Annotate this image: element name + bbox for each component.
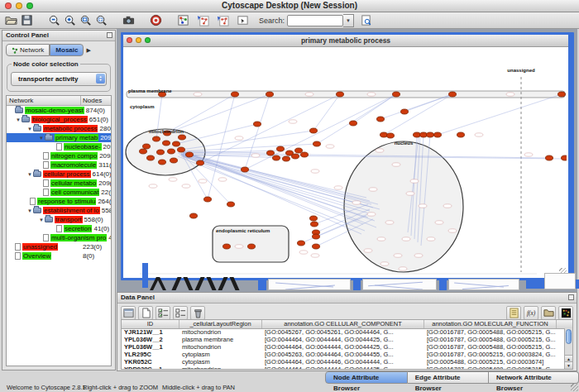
tree-row[interactable]: macromolecule311(0)	[7, 160, 111, 170]
network-node[interactable]	[313, 244, 320, 249]
network-node[interactable]	[283, 156, 290, 161]
expand-arrow-icon[interactable]: ▼	[15, 117, 22, 122]
tree-column-network[interactable]: Network	[7, 96, 81, 105]
network-node[interactable]	[190, 213, 198, 218]
network-node[interactable]	[292, 154, 299, 159]
apply-layout-icon[interactable]	[195, 13, 211, 28]
network-node[interactable]	[267, 151, 275, 155]
column-header-region[interactable]: _cellularLayoutRegion	[179, 320, 262, 328]
zoom-selected-icon[interactable]	[93, 13, 109, 28]
node-color-dropdown[interactable]: transporter activity ▲▼	[11, 72, 107, 86]
notes-icon[interactable]	[506, 306, 521, 320]
tree-row[interactable]: ▼cellular process614(0)	[7, 170, 111, 179]
search-input[interactable]	[287, 15, 343, 26]
network-edge[interactable]	[313, 94, 340, 131]
vizmapper-icon[interactable]	[175, 13, 191, 28]
matrix-view-icon[interactable]	[558, 306, 573, 320]
tree-row[interactable]: Overview8(0)	[7, 251, 111, 261]
plasma-membrane-region[interactable]	[127, 91, 565, 98]
network-node[interactable]	[153, 136, 160, 141]
table-row[interactable]: YLR295Ccytoplasm[GO:0045263, GO:0044464,…	[122, 351, 564, 358]
network-node[interactable]	[163, 141, 170, 146]
tab-edge-attribute-browser[interactable]: Edge Attribute Browser	[408, 371, 489, 384]
search-dropdown-icon[interactable]: ▼	[343, 14, 354, 27]
table-row[interactable]: YDR039C__1mitochondrion[GO:0044464, GO:0…	[122, 366, 564, 369]
network-node[interactable]	[310, 216, 318, 221]
network-node[interactable]	[197, 160, 204, 165]
destroy-network-icon[interactable]	[215, 13, 231, 28]
zoom-out-icon[interactable]	[46, 13, 62, 28]
tree-column-nodes[interactable]: Nodes	[81, 96, 111, 105]
delete-attribute-trash-icon[interactable]	[190, 306, 205, 320]
network-node[interactable]	[157, 150, 165, 155]
network-node[interactable]	[311, 222, 318, 227]
network-node[interactable]	[310, 128, 318, 133]
table-scrollbar[interactable]: ▲ ▼	[564, 328, 572, 369]
expand-arrow-icon[interactable]: ▼	[26, 172, 33, 177]
network-node[interactable]	[562, 155, 567, 160]
select-attributes-icon[interactable]	[156, 306, 170, 320]
network-edge[interactable]	[353, 94, 396, 123]
column-header-id[interactable]: ID	[122, 320, 179, 328]
tree-row[interactable]: response to stimulu264(0)	[7, 197, 111, 206]
network-node[interactable]	[204, 197, 212, 202]
tab-network[interactable]: Network	[6, 44, 50, 56]
tree-row[interactable]: ▼metabolic process280(0)	[7, 124, 111, 133]
network-node[interactable]	[313, 141, 321, 146]
network-node[interactable]	[337, 92, 344, 97]
tree-row[interactable]: secretion41(0)	[7, 224, 111, 233]
tree-row[interactable]: cellular metabo209(0)	[7, 179, 111, 188]
network-node[interactable]	[380, 132, 388, 137]
network-node[interactable]	[186, 152, 194, 157]
network-node[interactable]	[179, 135, 186, 140]
network-edge[interactable]	[438, 94, 562, 135]
advanced-search-icon[interactable]	[358, 13, 374, 28]
network-edge[interactable]	[166, 94, 235, 133]
network-node[interactable]	[242, 167, 249, 172]
scrollbar-thumb[interactable]	[566, 329, 572, 344]
network-view-titlebar[interactable]: primary metabolic process	[123, 35, 568, 47]
network-edge[interactable]	[245, 94, 270, 170]
network-node[interactable]	[546, 155, 553, 160]
network-node[interactable]	[159, 160, 166, 165]
tree-row[interactable]: ▼transport558(0)	[7, 215, 111, 224]
network-node[interactable]	[301, 152, 309, 157]
network-node[interactable]	[558, 92, 566, 97]
network-node[interactable]	[401, 109, 409, 114]
network-node[interactable]	[387, 133, 395, 138]
formula-icon[interactable]: f(x)	[524, 306, 538, 320]
zoom-in-icon[interactable]	[62, 13, 78, 28]
network-node[interactable]	[248, 244, 256, 249]
tree-row[interactable]: ▼establishment of lo558(0)	[7, 206, 111, 215]
network-edge[interactable]	[208, 94, 235, 199]
zoom-fit-icon[interactable]	[78, 13, 93, 28]
table-row[interactable]: YKR052Ccytoplasm[GO:0044464, GO:0044446,…	[122, 358, 564, 366]
network-canvas[interactable]: plasma membrane cytoplasm mitochondrion …	[123, 47, 567, 275]
open-icon[interactable]	[3, 13, 19, 28]
network-node[interactable]	[168, 149, 175, 154]
network-node[interactable]	[173, 141, 180, 146]
network-node[interactable]	[393, 92, 400, 97]
tree-row[interactable]: multi-organism pro42(0)	[7, 233, 111, 242]
network-node[interactable]	[143, 144, 151, 149]
save-icon[interactable]	[19, 13, 35, 28]
network-node[interactable]	[427, 132, 434, 137]
network-node[interactable]	[377, 117, 385, 122]
scroll-down-icon[interactable]: ▼	[565, 361, 572, 369]
network-node[interactable]	[254, 122, 261, 127]
snapshot-camera-icon[interactable]	[121, 13, 136, 28]
network-node[interactable]	[266, 92, 274, 97]
network-node[interactable]	[457, 132, 465, 137]
float-panel-icon[interactable]	[568, 294, 574, 300]
tree-row[interactable]: mosaic-demo-yeast874(0)	[7, 106, 111, 115]
table-row[interactable]: YPL036W__1mitochondrion[GO:0044464, GO:0…	[122, 343, 564, 351]
tree-row[interactable]: unassigned223(0)	[7, 242, 111, 251]
expand-arrow-icon[interactable]: ▼	[38, 218, 45, 222]
table-row[interactable]: YJR121W__1mitochondrion[GO:0045267, GO:0…	[122, 328, 564, 336]
network-edge[interactable]	[167, 94, 270, 133]
float-panel-icon[interactable]	[107, 32, 112, 38]
network-node[interactable]	[277, 146, 285, 151]
network-node[interactable]	[298, 241, 305, 246]
import-folder-icon[interactable]	[541, 306, 556, 320]
tab-node-attribute-browser[interactable]: Node Attribute Browser	[325, 371, 408, 384]
